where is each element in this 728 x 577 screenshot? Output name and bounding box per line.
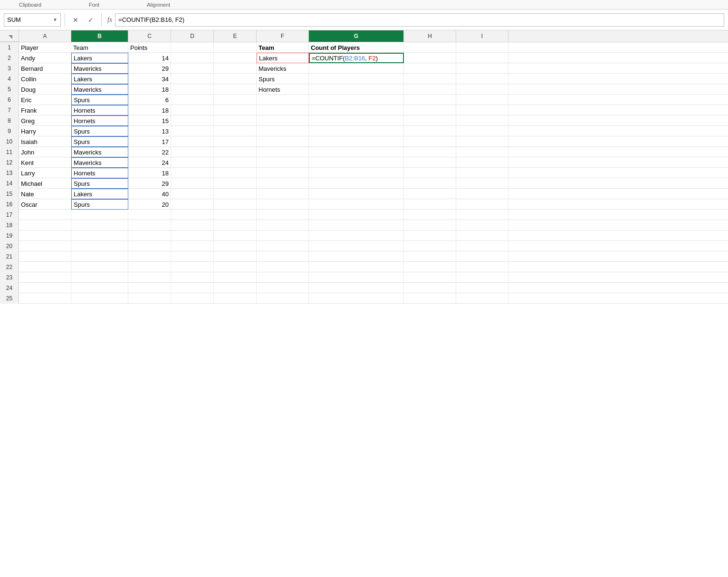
cell-b18[interactable] [71,220,128,231]
cell-a22[interactable] [19,262,71,272]
cell-a8[interactable]: Greg [19,115,71,126]
cell-a9[interactable]: Harry [19,126,71,136]
cell-h4[interactable] [404,74,456,84]
cell-b22[interactable] [71,262,128,272]
cell-e15[interactable] [214,189,257,199]
cell-h8[interactable] [404,115,456,126]
cell-i23[interactable] [456,272,508,283]
cell-h18[interactable] [404,220,456,231]
cell-c21[interactable] [128,251,171,262]
col-header-c[interactable]: C [128,30,171,42]
cell-a20[interactable] [19,241,71,251]
cell-a18[interactable] [19,220,71,231]
cell-f14[interactable] [257,178,309,189]
cell-c14[interactable]: 29 [128,178,171,189]
cell-a6[interactable]: Eric [19,95,71,105]
cell-c17[interactable] [128,210,171,220]
cell-a4[interactable]: Collin [19,74,71,84]
cell-e5[interactable] [214,84,257,95]
col-header-i[interactable]: I [456,30,508,42]
cell-d19[interactable] [171,231,214,241]
cell-g21[interactable] [309,251,404,262]
cell-e9[interactable] [214,126,257,136]
cell-f22[interactable] [257,262,309,272]
cell-b9[interactable]: Spurs [71,126,128,136]
name-box-dropdown-icon[interactable]: ▼ [53,17,57,22]
cell-g11[interactable] [309,147,404,157]
cell-h23[interactable] [404,272,456,283]
col-header-f[interactable]: F [257,30,309,42]
cell-i25[interactable] [456,293,508,304]
cell-g25[interactable] [309,293,404,304]
cell-i15[interactable] [456,189,508,199]
cell-f5[interactable]: Hornets [257,84,309,95]
cell-g1[interactable]: Count of Players [309,42,404,53]
cell-i22[interactable] [456,262,508,272]
cell-g15[interactable] [309,189,404,199]
cell-f10[interactable] [257,136,309,147]
cell-c2[interactable]: 14 [128,53,171,63]
cell-f23[interactable] [257,272,309,283]
cell-g5[interactable] [309,84,404,95]
cell-i12[interactable] [456,157,508,168]
cell-f17[interactable] [257,210,309,220]
cell-c23[interactable] [128,272,171,283]
cell-d12[interactable] [171,157,214,168]
cell-g7[interactable] [309,105,404,115]
cell-i11[interactable] [456,147,508,157]
cell-d11[interactable] [171,147,214,157]
cell-h19[interactable] [404,231,456,241]
cell-a15[interactable]: Nate [19,189,71,199]
confirm-button[interactable]: ✓ [84,13,97,27]
cell-g20[interactable] [309,241,404,251]
cell-e18[interactable] [214,220,257,231]
cell-c5[interactable]: 18 [128,84,171,95]
cell-f2[interactable]: Lakers [257,53,309,63]
cell-g8[interactable] [309,115,404,126]
col-header-d[interactable]: D [171,30,214,42]
cell-d18[interactable] [171,220,214,231]
cell-a25[interactable] [19,293,71,304]
cell-h21[interactable] [404,251,456,262]
formula-input[interactable] [115,13,724,27]
cell-e4[interactable] [214,74,257,84]
cell-c11[interactable]: 22 [128,147,171,157]
cell-g2[interactable]: =COUNTIF(B2:B16, F2) [309,53,404,63]
cell-b13[interactable]: Hornets [71,168,128,178]
cell-d13[interactable] [171,168,214,178]
cell-f9[interactable] [257,126,309,136]
cell-d6[interactable] [171,95,214,105]
cell-c15[interactable]: 40 [128,189,171,199]
cell-e12[interactable] [214,157,257,168]
cancel-button[interactable]: ✕ [69,13,82,27]
cell-e17[interactable] [214,210,257,220]
cell-i4[interactable] [456,74,508,84]
cell-h5[interactable] [404,84,456,95]
cell-f12[interactable] [257,157,309,168]
cell-e23[interactable] [214,272,257,283]
cell-b14[interactable]: Spurs [71,178,128,189]
cell-b15[interactable]: Lakers [71,189,128,199]
cell-i24[interactable] [456,283,508,293]
cell-a17[interactable] [19,210,71,220]
cell-c16[interactable]: 20 [128,199,171,210]
cell-i10[interactable] [456,136,508,147]
cell-c3[interactable]: 29 [128,63,171,74]
cell-g17[interactable] [309,210,404,220]
cell-g14[interactable] [309,178,404,189]
cell-a13[interactable]: Larry [19,168,71,178]
cell-d8[interactable] [171,115,214,126]
col-header-b[interactable]: B [71,30,128,42]
cell-h22[interactable] [404,262,456,272]
cell-b16[interactable]: Spurs [71,199,128,210]
cell-c4[interactable]: 34 [128,74,171,84]
cell-c13[interactable]: 18 [128,168,171,178]
cell-e10[interactable] [214,136,257,147]
cell-h12[interactable] [404,157,456,168]
cell-a5[interactable]: Doug [19,84,71,95]
cell-h2[interactable] [404,53,456,63]
cell-g3[interactable] [309,63,404,74]
cell-c6[interactable]: 6 [128,95,171,105]
cell-d10[interactable] [171,136,214,147]
cell-c10[interactable]: 17 [128,136,171,147]
